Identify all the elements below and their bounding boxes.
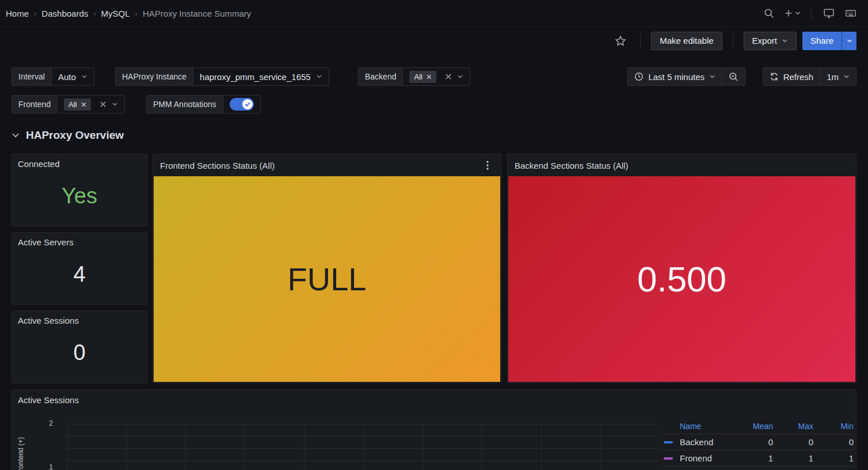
haproxy-instance-label: HAProxy Instance <box>116 68 193 85</box>
legend-row-backend: Backend 0 0 0 <box>663 434 854 450</box>
breadcrumb-separator: › <box>34 9 36 18</box>
pmm-annotations-toggle-area <box>223 96 260 113</box>
frontend-variable: Frontend All <box>12 95 125 113</box>
refresh-icon <box>770 72 779 81</box>
remove-value-icon[interactable] <box>81 102 86 107</box>
legend-series-name[interactable]: Fronend <box>680 453 733 463</box>
chevron-down-icon <box>782 39 788 43</box>
panel-title[interactable]: Active Sessions <box>18 316 79 325</box>
share-dropdown-button[interactable] <box>842 32 856 50</box>
legend-min-value: 1 <box>813 453 854 463</box>
panel-menu-icon[interactable] <box>481 159 494 172</box>
frontend-chip-all[interactable]: All <box>64 98 90 111</box>
legend-max-value: 0 <box>773 437 813 447</box>
interval-value: Auto <box>58 72 76 82</box>
search-icon[interactable] <box>760 4 778 22</box>
haproxy-instance-value: haproxy_pmm_service_1655 <box>200 72 311 82</box>
panel-backend-sections-status: Backend Sections Status (All) 0.500 <box>507 154 856 383</box>
breadcrumb-separator: › <box>93 9 96 18</box>
legend-min-value: 0 <box>813 437 854 447</box>
panel-header: Frontend Sections Status (All) <box>153 154 501 176</box>
legend-mean-value: 1 <box>733 453 773 463</box>
legend-series-name[interactable]: Backend <box>680 437 733 447</box>
panel-active-servers: Active Servers 4 <box>12 232 147 305</box>
star-icon[interactable] <box>611 32 630 50</box>
share-button[interactable]: Share <box>802 32 842 50</box>
backend-chip-all[interactable]: All <box>409 71 436 83</box>
top-navigation-bar: Home › Dashboards › MySQL › HAProxy Inst… <box>0 0 868 27</box>
chevron-down-icon <box>112 102 118 107</box>
interval-select[interactable]: Auto <box>52 68 94 85</box>
chevron-down-icon <box>847 39 852 43</box>
pmm-annotations-label: PMM Annotations <box>147 96 223 113</box>
remove-value-icon[interactable] <box>427 74 432 79</box>
series-color-swatch <box>664 441 673 444</box>
frontend-status-body: FULL <box>154 176 500 382</box>
time-picker-group: Last 5 minutes <box>627 67 745 86</box>
keyboard-icon[interactable] <box>842 4 860 22</box>
active-servers-value: 4 <box>12 248 147 301</box>
legend-header-name[interactable]: Name <box>680 422 733 431</box>
refresh-interval-value: 1m <box>827 72 839 82</box>
panel-title[interactable]: Active Servers <box>18 237 74 247</box>
toggle-knob <box>242 99 253 109</box>
clear-all-icon[interactable] <box>445 73 452 80</box>
frontend-status-value: FULL <box>288 260 367 298</box>
time-range-picker[interactable]: Last 5 minutes <box>628 68 722 85</box>
backend-variable: Backend All <box>358 67 470 86</box>
panel-title[interactable]: Active Sessions <box>18 395 79 405</box>
divider <box>733 34 733 48</box>
zoom-out-time-button[interactable] <box>722 68 745 85</box>
clock-icon <box>634 72 644 81</box>
divider <box>811 6 812 20</box>
divider <box>640 34 641 48</box>
breadcrumb-home[interactable]: Home <box>6 9 29 18</box>
clear-all-icon[interactable] <box>100 101 106 108</box>
chevron-down-icon <box>843 74 850 79</box>
export-button-label: Export <box>752 36 777 46</box>
breadcrumb-dashboards[interactable]: Dashboards <box>41 9 88 18</box>
y-axis-tick: 2 <box>38 419 53 427</box>
breadcrumb: Home › Dashboards › MySQL › HAProxy Inst… <box>6 9 251 18</box>
section-title: HAProxy Overview <box>26 129 124 142</box>
interval-variable: Interval Auto <box>12 67 94 86</box>
time-range-label: Last 5 minutes <box>648 72 705 82</box>
section-haproxy-overview[interactable]: HAProxy Overview <box>12 129 124 142</box>
make-editable-button[interactable]: Make editable <box>651 32 722 50</box>
haproxy-instance-select[interactable]: haproxy_pmm_service_1655 <box>193 68 329 85</box>
panel-title[interactable]: Connected <box>18 159 60 169</box>
breadcrumb-current-page: HAProxy Instance Summary <box>143 9 251 18</box>
panel-title[interactable]: Backend Sections Status (All) <box>515 161 629 170</box>
legend-header-max[interactable]: Max <box>773 422 813 431</box>
frontend-select[interactable]: All <box>58 96 124 113</box>
refresh-interval-select[interactable]: 1m <box>820 68 856 85</box>
panel-connected: Connected Yes <box>12 154 147 226</box>
chevron-down-icon <box>81 74 87 79</box>
export-button[interactable]: Export <box>744 32 797 50</box>
backend-status-body: 0.500 <box>508 176 855 382</box>
grafana-dashboard: Home › Dashboards › MySQL › HAProxy Inst… <box>0 0 868 470</box>
chevron-down-icon <box>709 74 715 79</box>
backend-select[interactable]: All <box>403 68 469 85</box>
legend-header-min[interactable]: Min <box>813 422 854 431</box>
check-icon <box>245 102 250 107</box>
legend-header-row: Name Mean Max Min <box>663 418 854 434</box>
add-icon <box>784 9 793 18</box>
backend-status-value: 0.500 <box>637 259 726 300</box>
legend-mean-value: 0 <box>733 437 773 447</box>
zoom-out-icon <box>729 72 738 82</box>
monitor-icon[interactable] <box>820 4 838 22</box>
dashboard-actions-bar: Make editable Export Share <box>0 27 868 54</box>
legend-header-mean[interactable]: Mean <box>733 422 773 431</box>
legend-table: Name Mean Max Min Backend 0 0 0 Fronend … <box>663 418 854 467</box>
pmm-annotations-toggle[interactable] <box>230 98 254 111</box>
add-button[interactable] <box>782 4 803 22</box>
breadcrumb-mysql[interactable]: MySQL <box>101 9 130 18</box>
panel-active-sessions-chart: Active Sessions Frontend (+) 2 1 Name Me… <box>12 389 856 470</box>
y-axis-tick: 1 <box>38 463 53 470</box>
share-button-group: Share <box>802 32 856 50</box>
panel-frontend-sections-status: Frontend Sections Status (All) FULL <box>153 154 501 383</box>
panel-title[interactable]: Frontend Sections Status (All) <box>160 161 275 170</box>
panel-active-sessions-stat: Active Sessions 0 <box>12 310 147 384</box>
refresh-button[interactable]: Refresh <box>763 68 820 85</box>
